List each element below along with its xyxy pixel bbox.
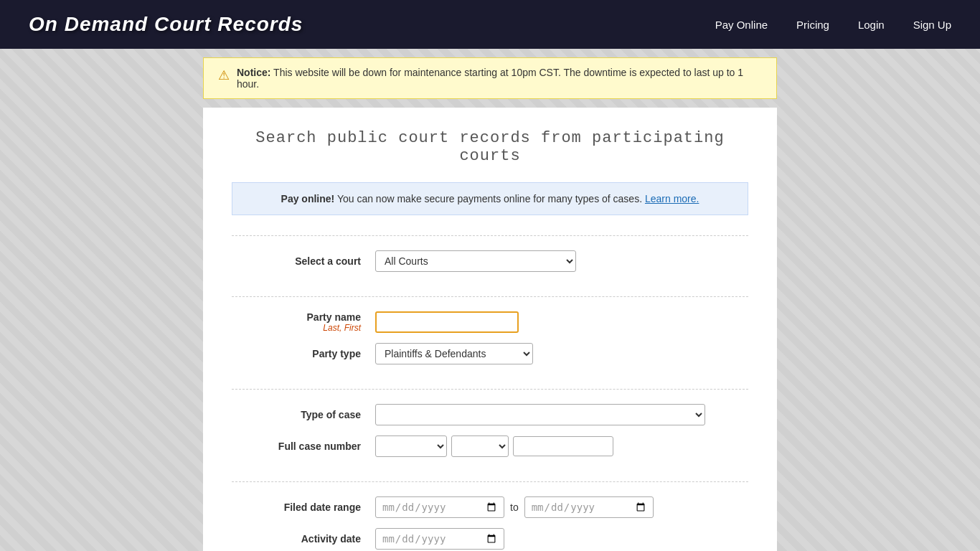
learn-more-link[interactable]: Learn more. [645,193,699,204]
pay-online-text: You can now make secure payments online … [337,193,642,204]
activity-date-row: Activity date [232,528,748,550]
to-label: to [510,501,519,513]
pay-online-bold: Pay online! [281,193,335,204]
notice-banner: ⚠ Notice: This website will be down for … [203,57,777,99]
party-name-row: Party name Last, First [232,311,748,333]
case-number-label: Full case number [232,441,375,452]
select-court-label: Select a court [232,255,375,267]
filed-date-range-group: to [375,496,654,518]
header: On Demand Court Records Pay Online Prici… [0,0,980,49]
case-section: Type of case Full case number [232,389,748,481]
notice-text: Notice: This website will be down for ma… [237,67,762,90]
filed-date-row: Filed date range to [232,496,748,518]
party-name-sublabel: Last, First [232,323,361,333]
party-type-row: Party type Plaintiffs & Defendants Plain… [232,343,748,364]
case-type-label: Type of case [232,409,375,420]
pay-online-banner: Pay online! You can now make secure paym… [232,182,748,215]
party-type-select[interactable]: Plaintiffs & Defendants Plaintiff Defend… [375,343,533,364]
nav-pricing[interactable]: Pricing [796,19,829,31]
court-section: Select a court All Courts Court 1 Court … [232,235,748,296]
case-type-select[interactable] [375,404,705,425]
case-type-row: Type of case [232,404,748,425]
party-name-label: Party name Last, First [232,311,375,333]
notice-label: Notice: [237,67,270,78]
nav-pay-online[interactable]: Pay Online [715,19,768,31]
party-section: Party name Last, First Party type Plaint… [232,296,748,389]
party-name-input[interactable] [375,311,519,333]
main-container: Search public court records from partici… [203,108,777,551]
party-type-label: Party type [232,348,375,359]
nav-sign-up[interactable]: Sign Up [913,19,951,31]
page-title: Search public court records from partici… [232,129,748,165]
filed-date-from-input[interactable] [375,496,504,518]
site-logo: On Demand Court Records [29,13,303,36]
case-num-part3-input[interactable] [513,436,613,456]
warning-icon: ⚠ [218,67,230,83]
activity-date-input[interactable] [375,528,504,550]
case-number-group [375,435,613,457]
filed-date-to-input[interactable] [524,496,654,518]
activity-date-label: Activity date [232,533,375,545]
court-row: Select a court All Courts Court 1 Court … [232,250,748,272]
dates-section: Filed date range to Activity date [232,481,748,551]
court-select[interactable]: All Courts Court 1 Court 2 [375,250,576,272]
case-number-row: Full case number [232,435,748,457]
nav-login[interactable]: Login [858,19,885,31]
notice-body: This website will be down for maintenanc… [237,67,743,90]
case-num-part2-select[interactable] [451,435,509,457]
header-nav: Pay Online Pricing Login Sign Up [715,19,951,31]
filed-date-label: Filed date range [232,501,375,513]
case-num-part1-select[interactable] [375,435,447,457]
